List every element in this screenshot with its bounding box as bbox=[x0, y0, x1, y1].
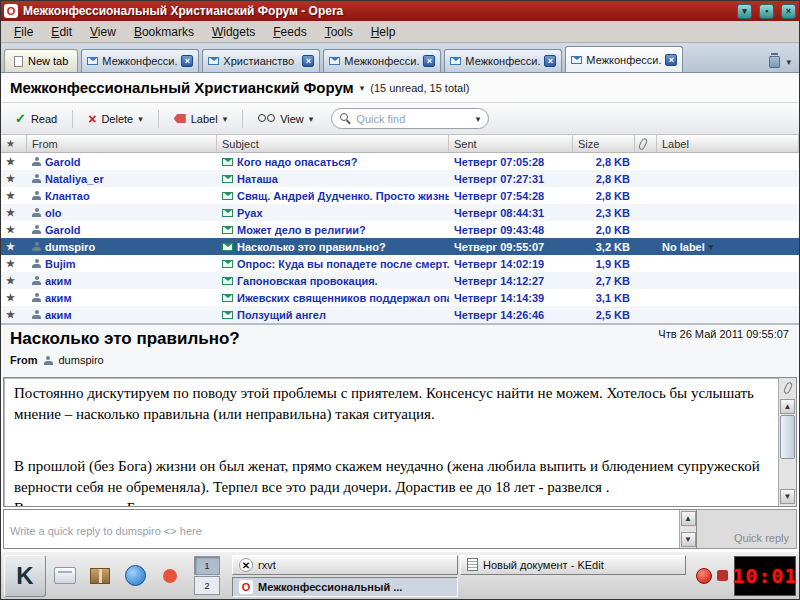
check-icon: ✓ bbox=[15, 113, 26, 125]
mail-row[interactable]: ★ Bujim Опрос: Куда вы попадете после см… bbox=[1, 255, 799, 272]
mail-tab-icon bbox=[208, 57, 219, 65]
menu-bookmarks[interactable]: Bookmarks bbox=[125, 23, 203, 41]
label-cell[interactable]: No label▾ bbox=[657, 241, 799, 253]
chevron-down-icon[interactable]: ▾ bbox=[360, 83, 365, 93]
size-cell: 2,0 KB bbox=[573, 224, 635, 236]
delete-button[interactable]: × Delete ▾ bbox=[82, 110, 149, 128]
scrollbar-thumb[interactable] bbox=[780, 415, 795, 459]
star-cell[interactable]: ★ bbox=[1, 275, 27, 286]
tab-close-icon[interactable]: × bbox=[665, 54, 677, 66]
chevron-down-icon[interactable]: ▾ bbox=[138, 114, 143, 124]
column-subject[interactable]: Subject bbox=[217, 135, 449, 152]
scroll-up-icon[interactable]: ▲ bbox=[681, 511, 696, 526]
mail-row[interactable]: ★ Nataliya_er Наташа Четверг 07:27:31 2,… bbox=[1, 170, 799, 187]
menu-feeds[interactable]: Feeds bbox=[264, 23, 315, 41]
chevron-down-icon[interactable]: ▾ bbox=[476, 114, 481, 124]
column-size[interactable]: Size bbox=[573, 135, 635, 152]
star-cell[interactable]: ★ bbox=[1, 258, 27, 269]
mail-row[interactable]: ★ Garold Может дело в религии? Четверг 0… bbox=[1, 221, 799, 238]
sent-cell: Четверг 14:02:19 bbox=[449, 258, 573, 270]
task-rxvt[interactable]: ✕ rxvt bbox=[232, 555, 458, 575]
tab-5-active[interactable]: Межконфесси... × bbox=[565, 46, 683, 72]
message-scrollbar[interactable]: ▲ ▼ bbox=[778, 378, 796, 506]
column-sent[interactable]: Sent bbox=[449, 135, 573, 152]
mail-row-selected[interactable]: ★ dumspiro Насколько это правильно? Четв… bbox=[1, 238, 799, 255]
tab-close-icon[interactable]: × bbox=[302, 55, 314, 67]
task-kedit[interactable]: Новый документ - KEdit bbox=[460, 555, 686, 575]
task-opera-active[interactable]: O Межконфессиональный ... bbox=[232, 577, 458, 597]
column-star[interactable]: ★ bbox=[1, 135, 27, 152]
tab-4[interactable]: Межконфесси... × bbox=[444, 49, 562, 72]
mail-row[interactable]: ★ аким Ижевских священников поддержал оп… bbox=[1, 289, 799, 306]
scroll-down-icon[interactable]: ▼ bbox=[780, 489, 795, 504]
close-button[interactable]: × bbox=[781, 4, 796, 19]
star-cell[interactable]: ★ bbox=[1, 224, 27, 235]
message-from[interactable]: dumspiro bbox=[59, 354, 104, 366]
star-cell[interactable]: ★ bbox=[1, 190, 27, 201]
star-cell[interactable]: ★ bbox=[1, 173, 27, 184]
size-cell: 1,9 KB bbox=[573, 258, 635, 270]
mail-row[interactable]: ★ Garold Кого надо опасаться? Четверг 07… bbox=[1, 153, 799, 170]
tray-opera-icon[interactable] bbox=[696, 568, 712, 584]
contact-icon bbox=[44, 356, 53, 365]
digital-clock[interactable]: 10:01 bbox=[734, 556, 796, 596]
mail-tab-icon bbox=[450, 57, 461, 65]
attachment-paperclip-icon[interactable] bbox=[782, 381, 793, 394]
read-button[interactable]: ✓ Read bbox=[9, 110, 63, 128]
view-button[interactable]: View ▾ bbox=[252, 110, 319, 128]
mail-row[interactable]: ★ аким Ползущий ангел Четверг 14:26:46 2… bbox=[1, 306, 799, 323]
scrollbar-track[interactable] bbox=[780, 414, 795, 489]
chevron-down-icon[interactable]: ▾ bbox=[309, 114, 314, 124]
help-button[interactable] bbox=[154, 555, 186, 597]
scroll-down-icon[interactable]: ▼ bbox=[681, 532, 696, 547]
menu-view[interactable]: View bbox=[81, 23, 125, 41]
star-cell[interactable]: ★ bbox=[1, 292, 27, 303]
quick-reply-input[interactable] bbox=[4, 510, 679, 548]
quick-find-input[interactable] bbox=[356, 113, 470, 125]
minimize-button[interactable]: ▾ bbox=[737, 4, 752, 19]
tab-1[interactable]: Межконфесси... × bbox=[81, 49, 199, 72]
star-icon: ★ bbox=[6, 138, 15, 149]
package-button[interactable] bbox=[84, 555, 116, 597]
tab-close-icon[interactable]: × bbox=[181, 55, 193, 67]
quick-reply-button[interactable]: Quick reply bbox=[734, 532, 789, 544]
column-attachment[interactable] bbox=[635, 135, 657, 152]
menu-file[interactable]: File bbox=[5, 23, 42, 41]
menu-help[interactable]: Help bbox=[362, 23, 405, 41]
tab-close-icon[interactable]: × bbox=[423, 55, 435, 67]
browser-button[interactable] bbox=[119, 555, 151, 597]
maximize-button[interactable]: ▪ bbox=[759, 4, 774, 19]
tab-2[interactable]: Христианство ... × bbox=[202, 49, 320, 72]
window-titlebar[interactable]: O Межконфессиональный Христианский Форум… bbox=[1, 1, 799, 21]
mail-row[interactable]: ★ Клантао Свящ. Андрей Дудченко. Просто … bbox=[1, 187, 799, 204]
menu-tools[interactable]: Tools bbox=[316, 23, 362, 41]
chevron-down-icon: ▾ bbox=[709, 242, 714, 252]
menu-edit[interactable]: Edit bbox=[42, 23, 81, 41]
message-paragraph: В прошлой (без Бога) жизни он был женат,… bbox=[14, 456, 768, 499]
new-tab-button[interactable]: New tab bbox=[4, 49, 78, 72]
chevron-down-icon[interactable]: ▾ bbox=[223, 114, 228, 124]
star-cell[interactable]: ★ bbox=[1, 207, 27, 218]
mail-row[interactable]: ★ аким Гапоновская провокация. Четверг 1… bbox=[1, 272, 799, 289]
star-cell[interactable]: ★ bbox=[1, 309, 27, 320]
column-from[interactable]: From bbox=[27, 135, 217, 152]
scroll-up-icon[interactable]: ▲ bbox=[780, 399, 795, 414]
tray-app-icon[interactable] bbox=[717, 570, 728, 581]
star-icon: ★ bbox=[6, 275, 15, 286]
column-label[interactable]: Label bbox=[657, 135, 799, 152]
show-desktop-button[interactable] bbox=[49, 555, 81, 597]
tab-close-icon[interactable]: × bbox=[544, 55, 556, 67]
label-button[interactable]: Label ▾ bbox=[168, 110, 233, 128]
opera-icon: O bbox=[4, 4, 18, 18]
k-menu-button[interactable]: K bbox=[4, 555, 46, 597]
chevron-down-icon[interactable]: ▾ bbox=[786, 57, 791, 67]
star-cell[interactable]: ★ bbox=[1, 241, 27, 252]
menu-widgets[interactable]: Widgets bbox=[203, 23, 264, 41]
closed-tabs-trash-icon[interactable] bbox=[769, 56, 780, 68]
star-cell[interactable]: ★ bbox=[1, 156, 27, 167]
pager-desktop-2[interactable]: 2 bbox=[194, 576, 220, 595]
tab-3[interactable]: Межконфесси... × bbox=[323, 49, 441, 72]
pager-desktop-1[interactable]: 1 bbox=[194, 556, 220, 575]
mail-row[interactable]: ★ olo Руах Четверг 08:44:31 2,3 KB bbox=[1, 204, 799, 221]
message-date: Чтв 26 Май 2011 09:55:07 bbox=[658, 328, 789, 340]
